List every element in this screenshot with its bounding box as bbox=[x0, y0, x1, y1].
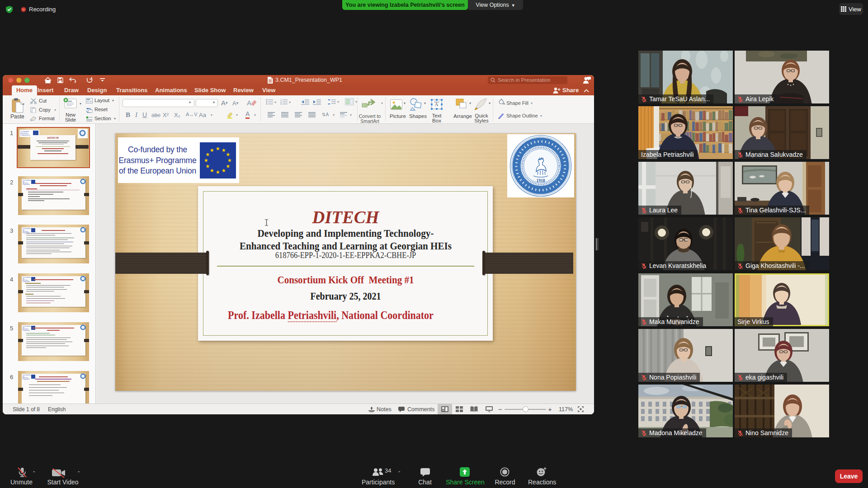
svg-text:⇅A: ⇅A bbox=[322, 112, 329, 117]
svg-text:3.: 3. bbox=[280, 103, 282, 105]
svg-text:1918: 1918 bbox=[537, 178, 545, 183]
svg-text:A: A bbox=[247, 99, 251, 107]
